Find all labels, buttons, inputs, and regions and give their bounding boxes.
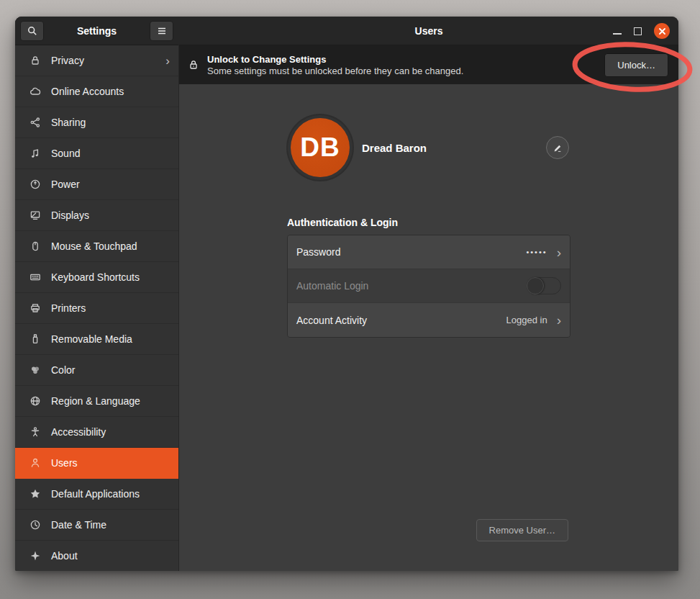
clock-icon [29,519,41,531]
sidebar-item-label: Accessibility [51,426,170,438]
display-icon [29,210,41,221]
window-controls [613,17,670,45]
row-value: Logged in [506,315,547,325]
printer-icon [29,302,41,314]
sidebar-item-label: Region & Language [51,395,170,407]
sidebar-item-label: Displays [51,210,170,221]
sidebar-item-displays[interactable]: Displays [15,200,178,231]
row-password[interactable]: Password•••••› [288,235,570,269]
flash-drive-icon [29,333,41,345]
sidebar-item-region-language[interactable]: Region & Language [15,386,178,417]
unlock-banner-title: Unlock to Change Settings [207,53,597,66]
chevron-right-icon: › [557,246,561,259]
sidebar-item-users[interactable]: Users [15,448,178,479]
main-pane: Users Unlock to Change Settings Some set… [179,17,678,571]
sidebar-header: Settings [15,17,178,45]
star-icon [29,488,41,500]
pencil-icon [553,143,563,153]
users-panel: DB Dread Baron Authentication & Login Pa… [179,84,678,571]
sidebar-item-default-applications[interactable]: Default Applications [15,479,178,510]
chevron-right-icon: › [557,313,561,327]
automatic-login-toggle[interactable] [527,277,561,294]
row-account-activity[interactable]: Account ActivityLogged in› [288,303,570,337]
sidebar-item-color[interactable]: Color [15,355,178,386]
sidebar-item-label: Mouse & Touchpad [51,240,170,252]
sparkle-icon [29,550,41,562]
sidebar-item-about[interactable]: About [15,541,178,571]
search-button[interactable] [20,21,44,41]
edit-name-button[interactable] [546,136,569,159]
unlock-banner: Unlock to Change Settings Some settings … [179,45,678,84]
hamburger-menu-icon [156,25,168,37]
chevron-right-icon: › [165,55,170,67]
sidebar-item-label: Printers [51,302,170,314]
remove-user-button[interactable]: Remove User… [476,519,568,541]
cloud-icon [29,86,41,97]
sidebar-item-sound[interactable]: Sound [15,138,178,169]
sidebar-item-label: Keyboard Shortcuts [51,271,170,283]
keyboard-icon [29,271,41,283]
user-settings-column: DB Dread Baron Authentication & Login Pa… [287,84,571,338]
menu-button[interactable] [150,21,173,41]
sidebar-item-label: Users [51,457,170,469]
accessibility-icon [29,426,41,438]
sidebar-item-printers[interactable]: Printers [15,293,178,324]
settings-window: Settings Privacy›Online AccountsSharingS… [15,17,678,571]
close-icon[interactable] [654,23,670,39]
sidebar-item-label: Privacy [51,55,155,66]
unlock-banner-texts: Unlock to Change Settings Some settings … [207,53,597,77]
share-icon [29,117,41,128]
sidebar-item-privacy[interactable]: Privacy› [15,45,178,76]
user-identity-row: DB Dread Baron [287,113,571,182]
search-icon [27,25,38,37]
toggle-knob [527,277,544,294]
section-heading: Authentication & Login [287,217,571,228]
sidebar-item-label: Sharing [51,117,170,128]
minimize-icon[interactable] [613,33,622,35]
row-automatic-login: Automatic Login [288,269,570,303]
color-icon [29,364,41,376]
auth-login-card: Password•••••›Automatic LoginAccount Act… [287,235,571,338]
desktop: { "window": { "sidebar_title": "Settings… [0,0,700,599]
titlebar: Users [179,17,678,45]
unlock-banner-subtitle: Some settings must be unlocked before th… [207,66,597,77]
sidebar-item-label: Color [51,364,170,376]
sidebar-list: Privacy›Online AccountsSharingSoundPower… [15,45,178,571]
sidebar-title: Settings [44,25,150,37]
row-label: Password [296,246,526,258]
lock-icon [29,55,41,66]
sidebar-item-label: Power [51,179,170,190]
sidebar: Settings Privacy›Online AccountsSharingS… [15,17,179,571]
avatar[interactable]: DB [291,118,350,177]
page-title: Users [415,25,443,37]
row-label: Automatic Login [296,280,527,292]
sidebar-item-label: Removable Media [51,333,170,345]
sidebar-item-label: Sound [51,148,170,159]
sidebar-item-power[interactable]: Power [15,169,178,200]
sidebar-item-date-time[interactable]: Date & Time [15,510,178,541]
lock-icon [188,59,200,71]
avatar-initials: DB [300,132,340,163]
sidebar-item-online-accounts[interactable]: Online Accounts [15,76,178,107]
mouse-icon [29,240,41,252]
music-note-icon [29,148,41,159]
unlock-button[interactable]: Unlock… [604,53,668,77]
globe-icon [29,395,41,407]
sidebar-item-label: Online Accounts [51,86,170,97]
sidebar-item-keyboard-shortcuts[interactable]: Keyboard Shortcuts [15,262,178,293]
sidebar-item-label: Date & Time [51,519,170,531]
power-icon [29,179,41,190]
person-icon [29,457,41,469]
maximize-icon[interactable] [634,27,642,35]
sidebar-item-mouse-touchpad[interactable]: Mouse & Touchpad [15,231,178,262]
row-label: Account Activity [296,315,506,326]
sidebar-item-accessibility[interactable]: Accessibility [15,417,178,448]
user-full-name: Dread Baron [362,142,427,154]
sidebar-item-label: About [51,550,170,562]
sidebar-item-removable-media[interactable]: Removable Media [15,324,178,355]
sidebar-item-sharing[interactable]: Sharing [15,107,178,138]
sidebar-item-label: Default Applications [51,488,170,500]
row-value: ••••• [526,248,547,256]
